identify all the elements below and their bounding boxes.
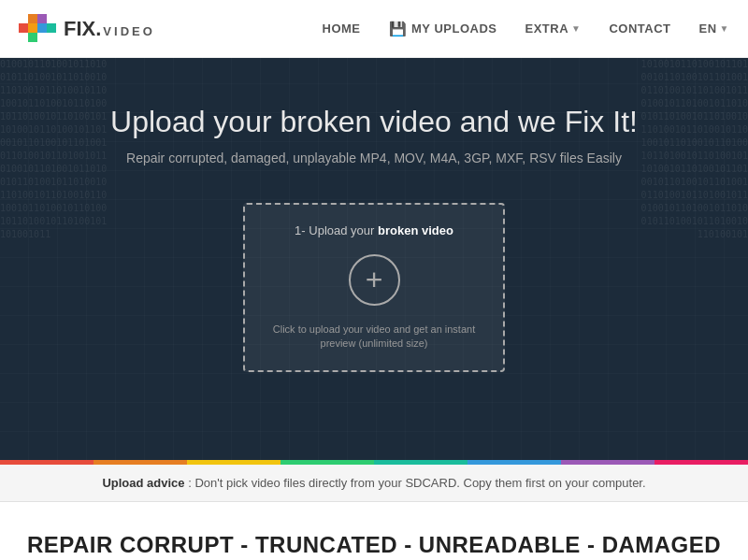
repair-title: REPAIR CORRUPT - TRUNCATED - UNREADABLE … (19, 530, 729, 560)
svg-rect-1 (28, 14, 37, 23)
color-bar (0, 460, 748, 465)
color-seg-2 (94, 460, 187, 465)
upload-box[interactable]: 1- Upload your broken video + Click to u… (243, 203, 505, 372)
logo[interactable]: FIX. VIDEO (19, 10, 155, 48)
hero-title: Upload your broken video and we Fix It! (110, 105, 638, 139)
color-seg-5 (374, 460, 468, 465)
logo-icon (19, 10, 56, 48)
upload-label: 1- Upload your broken video (295, 223, 453, 237)
upload-cloud-icon: 💾 (389, 21, 408, 37)
color-seg-1 (0, 460, 94, 465)
svg-rect-2 (28, 23, 37, 33)
hero-content: Upload your broken video and we Fix It! … (73, 105, 675, 194)
header: FIX. VIDEO HOME 💾 MY UPLOADS EXTRA ▼ CON… (0, 0, 748, 58)
chevron-down-icon: ▼ (571, 23, 581, 34)
color-seg-7 (561, 460, 654, 465)
svg-rect-0 (19, 23, 28, 33)
svg-rect-6 (47, 23, 56, 33)
color-seg-6 (468, 460, 561, 465)
hero-subtitle: Repair corrupted, damaged, unplayable MP… (110, 151, 638, 165)
logo-fix: FIX. (64, 17, 101, 41)
svg-rect-3 (28, 33, 37, 42)
hero-section: 0100101101001011010010110100101101001011… (0, 58, 748, 460)
upload-hint: Click to upload your video and get an in… (264, 323, 484, 352)
color-seg-4 (280, 460, 374, 465)
nav-lang[interactable]: EN ▼ (699, 22, 729, 36)
advice-bar: Upload advice : Don't pick video files d… (0, 465, 748, 502)
color-seg-3 (187, 460, 280, 465)
chevron-down-lang-icon: ▼ (720, 23, 729, 34)
advice-label: Upload advice (102, 476, 184, 490)
color-seg-8 (654, 460, 748, 465)
upload-plus-button[interactable]: + (349, 254, 400, 306)
nav-contact[interactable]: CONTACT (609, 22, 670, 36)
nav-uploads[interactable]: 💾 MY UPLOADS (389, 21, 497, 37)
main-nav: HOME 💾 MY UPLOADS EXTRA ▼ CONTACT EN ▼ (323, 21, 729, 37)
svg-rect-4 (37, 23, 47, 33)
nav-extra[interactable]: EXTRA ▼ (525, 22, 581, 36)
nav-home[interactable]: HOME (323, 22, 361, 36)
logo-video: VIDEO (103, 24, 154, 38)
bottom-section: REPAIR CORRUPT - TRUNCATED - UNREADABLE … (0, 502, 748, 560)
svg-rect-5 (37, 14, 47, 23)
advice-text: : Don't pick video files directly from y… (188, 476, 645, 490)
